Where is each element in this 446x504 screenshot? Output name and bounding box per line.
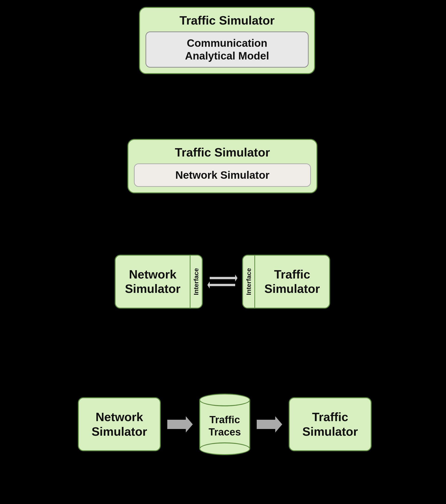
- arrow1-icon: [167, 415, 193, 434]
- traffic-simulator-label-2: Traffic Simulator: [175, 145, 270, 159]
- svg-marker-5: [257, 416, 282, 432]
- left-interface-bar: Interface: [190, 256, 202, 308]
- network-simulator-coupled-label: NetworkSimulator: [125, 267, 180, 296]
- right-interface-label: Interface: [245, 268, 252, 295]
- section2-container: Traffic Simulator Network Simulator: [127, 139, 317, 193]
- traffic-simulator-coupled-label: TrafficSimulator: [264, 267, 320, 296]
- right-interface-bar: Interface: [243, 256, 255, 308]
- svg-marker-4: [167, 416, 193, 432]
- section4-container: NetworkSimulator TrafficTraces: [51, 394, 399, 455]
- network-simulator-inner-label: Network Simulator: [175, 169, 270, 181]
- cylinder-bottom: [199, 442, 250, 455]
- cylinder-body: TrafficTraces: [199, 400, 250, 449]
- section1-container: Traffic Simulator CommunicationAnalytica…: [139, 7, 315, 74]
- traffic-simulator-box-1: Traffic Simulator CommunicationAnalytica…: [139, 7, 315, 74]
- comm-analytical-model-label: CommunicationAnalytical Model: [185, 37, 269, 62]
- traffic-traces-cylinder: TrafficTraces: [199, 394, 250, 455]
- traffic-simulator-box-4: TrafficSimulator: [289, 397, 372, 451]
- svg-marker-1: [235, 275, 237, 282]
- svg-marker-3: [207, 282, 210, 288]
- section3-container: NetworkSimulator Interface Interface: [72, 255, 373, 309]
- network-simulator-inner-box: Network Simulator: [134, 163, 311, 187]
- coupled-network-simulator-box: NetworkSimulator Interface: [115, 255, 203, 309]
- traffic-traces-label: TrafficTraces: [209, 410, 241, 442]
- main-diagram: Traffic Simulator CommunicationAnalytica…: [0, 0, 446, 504]
- traffic-simulator-main: TrafficSimulator: [255, 256, 329, 308]
- left-interface-label: Interface: [193, 268, 200, 295]
- cylinder-shape: TrafficTraces: [199, 394, 250, 455]
- arrow2-icon: [257, 415, 282, 434]
- network-simulator-label-4: NetworkSimulator: [92, 410, 147, 439]
- traffic-simulator-label-1: Traffic Simulator: [179, 13, 274, 27]
- network-simulator-box-4: NetworkSimulator: [78, 397, 161, 451]
- network-simulator-main: NetworkSimulator: [116, 256, 190, 308]
- traffic-simulator-box-2: Traffic Simulator Network Simulator: [127, 139, 317, 193]
- coupled-traffic-simulator-box: Interface TrafficSimulator: [242, 255, 330, 309]
- comm-analytical-model-box: CommunicationAnalytical Model: [146, 32, 309, 68]
- cylinder-top: [199, 394, 250, 406]
- traffic-simulator-label-4: TrafficSimulator: [302, 410, 358, 439]
- double-arrow-icon: [207, 272, 237, 291]
